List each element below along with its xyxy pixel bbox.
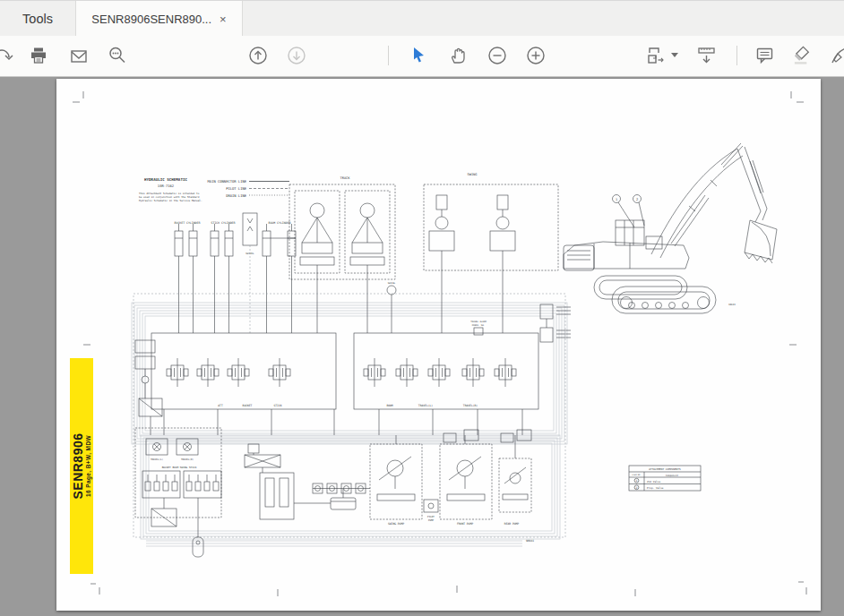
att-label: ATT	[218, 404, 223, 407]
highlighter-icon	[792, 44, 814, 66]
zoom-in-button[interactable]	[525, 45, 547, 66]
front-pump-label: FRONT PUMP	[457, 522, 473, 526]
select-cursor-icon	[409, 46, 428, 65]
travel-l-label: TRAVEL(L)	[418, 404, 433, 407]
components-table-title: ATTACHMENT COMPONENTS	[649, 467, 681, 471]
pilot-cluster: TRAVEL(L) TRAVEL(R) BUCKET BOOM SWING ST…	[135, 428, 221, 557]
schematic-note-line: Hydraulic Schematic in the Service Manua…	[139, 199, 202, 202]
schematic-number: 10R-7162	[158, 184, 174, 188]
page-fit-chevron-icon[interactable]	[671, 53, 678, 57]
schematic-title: HYDRAULIC SCHEMATIC	[144, 177, 187, 182]
components-table: ATTACHMENT COMPONENTS ITEM NO. Component…	[629, 466, 701, 491]
comment-icon	[754, 45, 776, 66]
pilot-travel-r-label: TRAVEL(R)	[181, 458, 194, 461]
share-button[interactable]	[0, 45, 13, 66]
bucket-label: BUCKET	[243, 404, 253, 407]
press-sw-label: PRESS. SW.	[472, 324, 485, 327]
fill-sign-button[interactable]	[830, 45, 844, 66]
components-col-component: Component	[666, 475, 678, 477]
zoom-in-icon	[525, 45, 547, 66]
page-up-icon	[247, 45, 269, 66]
tab-tools[interactable]: Tools	[0, 1, 76, 37]
acrobat-window: Tools SENR8906SENR890... ×	[0, 0, 844, 616]
search-icon	[107, 45, 128, 66]
zoom-out-button[interactable]	[487, 45, 508, 66]
highlight-button[interactable]	[792, 44, 814, 65]
tab-bar: Tools SENR8906SENR890... ×	[0, 0, 844, 36]
tab-document-label: SENR8906SENR890...	[91, 13, 211, 26]
schematic-fig-number: 90941	[526, 539, 534, 543]
pen-icon	[830, 45, 844, 66]
tank-filter-group	[245, 444, 370, 519]
stick-label: STICK	[273, 404, 281, 407]
swing-section: SWING SWIVEL	[387, 173, 558, 333]
components-col-item: ITEM NO.	[632, 474, 642, 476]
rear-pump-label: REAR PUMP	[504, 522, 519, 526]
toolbar-separator	[736, 46, 737, 65]
zoom-out-icon	[487, 45, 508, 66]
fit-width-button[interactable]	[696, 45, 718, 66]
crop-marks	[73, 91, 806, 596]
pilot-pump-label-1: PILOT	[427, 516, 435, 518]
pilot-travel-l-label: TRAVEL(L)	[151, 458, 163, 461]
page-down-icon	[286, 45, 307, 66]
page-fit-button[interactable]	[645, 45, 667, 66]
travel-r-label: TRAVEL(R)	[463, 404, 478, 407]
title-block: HYDRAULIC SCHEMATIC 10R-7162 This Attach…	[139, 177, 202, 202]
components-row-name: Prop. Valve	[647, 486, 664, 490]
tab-document[interactable]: SENR8906SENR890... ×	[76, 1, 243, 37]
excavator-illustration: 1 2 10843	[564, 143, 777, 313]
components-row-item: 1	[636, 479, 638, 483]
swing-pump-label: SWING PUMP	[388, 522, 404, 526]
callout-2: 2	[636, 198, 638, 201]
boom-label: BOOM	[386, 404, 392, 407]
find-button[interactable]	[107, 45, 128, 66]
valve-symbols	[142, 191, 516, 519]
toolbar: / 2 22.8%	[0, 36, 844, 77]
line-legend: MAIN CONNECTOR LINE PILOT LINE DRAIN LIN…	[208, 179, 289, 198]
track-label: TRACK	[340, 176, 351, 180]
toolbar-separator	[388, 46, 389, 65]
travel-alarm-label: TRAVEL ALARM	[470, 321, 487, 323]
share-icon	[0, 45, 13, 66]
fit-width-icon	[696, 45, 718, 66]
machine-fig-number: 10843	[728, 304, 736, 306]
bucket-cylinder-label: BUCKET CYLINDER	[175, 221, 201, 225]
email-icon	[69, 47, 89, 66]
legend-drain-label: DRAIN LINE	[226, 193, 247, 198]
email-button[interactable]	[68, 46, 90, 67]
boom-cylinder-label: BOOM CYLINDER	[269, 221, 291, 225]
tab-close-icon[interactable]: ×	[220, 13, 227, 25]
select-tool-button[interactable]	[408, 45, 429, 66]
print-icon	[29, 46, 48, 65]
comment-button[interactable]	[754, 45, 776, 66]
hand-tool-button[interactable]	[447, 45, 469, 66]
swing-label: SWING	[468, 173, 478, 176]
components-row-item: 2	[636, 486, 638, 490]
previous-page-button[interactable]	[247, 45, 269, 66]
next-page-button[interactable]	[286, 45, 307, 66]
pdf-page: SENR8906 16 Page, B+W, MDW	[56, 79, 821, 611]
pilot-pump-label-2: PUMP	[428, 519, 435, 522]
pilot-functions-label: BUCKET BOOM SWING STICK	[162, 466, 197, 469]
components-row-name: 2nd Valve	[647, 480, 660, 483]
legend-main-label: MAIN CONNECTOR LINE	[208, 179, 247, 184]
tab-tools-label: Tools	[22, 12, 53, 26]
swivel-circle-label: SWIVEL	[388, 282, 396, 285]
callout-1: 1	[616, 198, 617, 201]
document-canvas: SENR8906 16 Page, B+W, MDW	[0, 77, 844, 616]
hand-icon	[447, 45, 469, 66]
hydraulic-schematic-svg: HYDRAULIC SCHEMATIC 10R-7162 This Attach…	[56, 79, 821, 611]
print-button[interactable]	[28, 45, 49, 66]
connector-lines	[133, 256, 565, 537]
legend-pilot-label: PILOT LINE	[226, 186, 247, 191]
track-section: TRACK	[289, 176, 395, 333]
page-fit-icon	[645, 45, 667, 66]
